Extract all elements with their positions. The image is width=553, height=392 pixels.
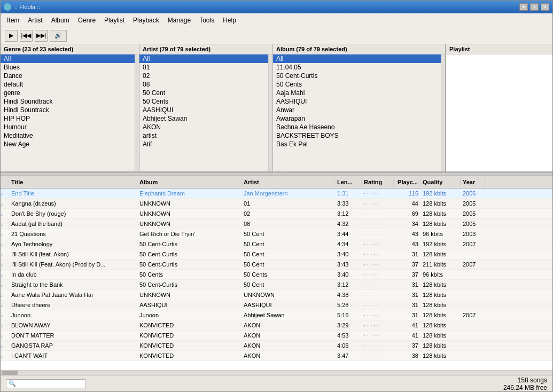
- menu-playback[interactable]: Playback: [129, 15, 163, 25]
- play-button[interactable]: ▶: [5, 30, 18, 42]
- table-row[interactable]: ♪ 21 Questions Get Rich or Die Tryin' 50…: [1, 229, 552, 239]
- table-row[interactable]: ♪ BLOWN AWAY KONVICTED AKON 3:29 · · · ·…: [1, 320, 552, 331]
- table-row[interactable]: ♪ In da club 50 Cents 50 Cents 3:40 · · …: [1, 270, 552, 280]
- menu-item[interactable]: Genre: [74, 15, 100, 25]
- menu-item[interactable]: Artist: [24, 15, 46, 25]
- track-playcount: 37: [394, 271, 420, 278]
- track-album: 50 Cent-Curtis: [137, 240, 242, 248]
- col-artist-header[interactable]: Artist: [242, 178, 335, 186]
- artist-list-item[interactable]: 02: [139, 72, 268, 80]
- table-row[interactable]: ♪ Kangna (dr,zeus) UNKNOWN 01 3:33 · · ·…: [1, 199, 552, 209]
- table-row[interactable]: ♪ End Title Elephants Dream Jan Morgenst…: [1, 189, 552, 199]
- album-list-item[interactable]: Anwar: [273, 106, 441, 114]
- artist-list-item[interactable]: 08: [139, 80, 268, 89]
- track-playcount: 31: [394, 281, 420, 288]
- col-rating-header[interactable]: Rating: [362, 178, 394, 186]
- table-row[interactable]: ♪ Dheere dheere AASHIQUI AASHIQUI 5:28 ·…: [1, 300, 552, 310]
- table-row[interactable]: ♪ DON'T MATTER KONVICTED AKON 4:53 · · ·…: [1, 331, 552, 341]
- album-list-item[interactable]: Awarapan: [273, 114, 441, 123]
- menu-bar: Item Artist Album Genre Playlist Playbac…: [1, 13, 552, 27]
- table-row[interactable]: ♪ GANGSTA RAP KONVICTED AKON 4:06 · · · …: [1, 341, 552, 351]
- table-row[interactable]: ♪ Aadat (jal the band) UNKNOWN 08 4:32 ·…: [1, 219, 552, 229]
- genre-list[interactable]: AllBluesDancedefaultgenreHindi Soundtrac…: [1, 54, 135, 171]
- artist-list-item[interactable]: Atif: [139, 140, 268, 148]
- music-icon: ♪: [1, 342, 9, 349]
- artist-scrollbar[interactable]: [268, 54, 272, 171]
- menu-item[interactable]: Help: [219, 15, 240, 25]
- artist-list[interactable]: All01020850 Cent50 CentsAASHIQUIAbhijeet…: [139, 54, 268, 171]
- col-playc-header[interactable]: Playc...: [394, 178, 420, 186]
- genre-scrollbar[interactable]: [135, 54, 139, 171]
- artist-list-item[interactable]: artist: [139, 131, 268, 140]
- album-list-item[interactable]: All: [273, 54, 441, 63]
- table-row[interactable]: ♪ Ayo Technology 50 Cent-Curtis 50 Cent …: [1, 239, 552, 249]
- track-length: 1:31: [335, 190, 362, 197]
- search-box[interactable]: 🔍: [6, 379, 86, 388]
- menu-item[interactable]: Tools: [195, 15, 219, 25]
- menu-item[interactable]: Manage: [163, 15, 195, 25]
- genre-list-item[interactable]: Blues: [1, 63, 135, 72]
- menu-item[interactable]: Album: [47, 15, 74, 25]
- artist-list-item[interactable]: 01: [139, 63, 268, 72]
- genre-list-item[interactable]: default: [1, 80, 135, 89]
- album-list-item[interactable]: Aaja Mahi: [273, 89, 441, 97]
- col-album-header[interactable]: Album: [137, 178, 242, 186]
- artist-list-item[interactable]: All: [139, 54, 268, 63]
- col-len-header[interactable]: Len...: [335, 178, 362, 186]
- menu-item[interactable]: Playlist: [100, 15, 129, 25]
- genre-list-item[interactable]: genre: [1, 89, 135, 97]
- album-list[interactable]: All11.04.0550 Cent-Curtis50 CentsAaja Ma…: [273, 54, 441, 171]
- horizontal-scrollbar[interactable]: [1, 370, 552, 375]
- table-row[interactable]: ♪ Straight to the Bank 50 Cent-Curtis 50…: [1, 280, 552, 290]
- menu-item[interactable]: Item: [3, 15, 24, 25]
- table-row[interactable]: ♪ Junoon Junoon Abhijeet Sawan 5:16 · · …: [1, 310, 552, 320]
- minimize-button[interactable]: ▾: [519, 3, 528, 11]
- search-input[interactable]: [18, 381, 82, 387]
- album-list-item[interactable]: Bas Ek Pal: [273, 140, 441, 148]
- volume-button[interactable]: 🔊: [50, 30, 67, 42]
- track-rating: · · · · ·: [362, 240, 394, 248]
- col-quality-header[interactable]: Quality: [420, 178, 461, 186]
- genre-list-item[interactable]: HIP HOP: [1, 114, 135, 123]
- table-row[interactable]: ♪ Don't Be Shy (rouge) UNKNOWN 02 3:12 ·…: [1, 209, 552, 219]
- next-button[interactable]: ▶▶|: [35, 30, 48, 42]
- artist-list-item[interactable]: 50 Cents: [139, 97, 268, 106]
- album-list-item[interactable]: 11.04.05: [273, 63, 441, 72]
- prev-button[interactable]: |◀◀: [20, 30, 33, 42]
- artist-list-item[interactable]: AASHIQUI: [139, 106, 268, 114]
- album-list-item[interactable]: 50 Cents: [273, 80, 441, 89]
- track-album: AASHIQUI: [137, 301, 242, 309]
- genre-list-item[interactable]: Dance: [1, 72, 135, 80]
- artist-list-item[interactable]: Abhijeet Sawan: [139, 114, 268, 123]
- genre-list-item[interactable]: All: [1, 54, 135, 63]
- track-table-body[interactable]: ♪ End Title Elephants Dream Jan Morgenst…: [1, 189, 552, 370]
- album-list-item[interactable]: BACKSTREET BOYS: [273, 131, 441, 140]
- track-album: 50 Cents: [137, 271, 242, 278]
- music-icon: ♪: [1, 200, 9, 207]
- table-row[interactable]: ♪ I CAN'T WAIT KONVICTED AKON 3:47 · · ·…: [1, 351, 552, 361]
- table-row[interactable]: ♪ I'll Still Kill (feat. Akon) 50 Cent-C…: [1, 249, 552, 260]
- table-row[interactable]: ♪ I'll Still Kill (Feat. Akon) (Prod by …: [1, 260, 552, 270]
- album-list-item[interactable]: AASHIQUI: [273, 97, 441, 106]
- window-title: :: Floola ::: [14, 4, 40, 10]
- track-playcount: 69: [394, 210, 420, 217]
- table-row[interactable]: ♪ Aane Wala Pal Jaane Wala Hai UNKNOWN U…: [1, 290, 552, 300]
- hscroll-thumb[interactable]: [2, 371, 18, 375]
- genre-list-item[interactable]: Meditative: [1, 131, 135, 140]
- col-year-header[interactable]: Year: [461, 178, 485, 186]
- album-list-item[interactable]: Bachna Ae Haseeno: [273, 123, 441, 131]
- maximize-button[interactable]: ▪: [530, 3, 539, 11]
- album-list-item[interactable]: 50 Cent-Curtis: [273, 72, 441, 80]
- artist-list-item[interactable]: AKON: [139, 123, 268, 131]
- title-bar-controls[interactable]: ▾ ▪ ✕: [519, 3, 549, 11]
- genre-list-item[interactable]: Hindi Sountrack: [1, 106, 135, 114]
- album-scrollbar[interactable]: [441, 54, 445, 171]
- track-length: 4:32: [335, 220, 362, 228]
- close-button[interactable]: ✕: [541, 3, 549, 11]
- playlist-body[interactable]: [446, 54, 552, 171]
- artist-list-item[interactable]: 50 Cent: [139, 89, 268, 97]
- genre-list-item[interactable]: Hindi Soundtrack: [1, 97, 135, 106]
- genre-list-item[interactable]: Humour: [1, 123, 135, 131]
- genre-list-item[interactable]: New Age: [1, 140, 135, 148]
- col-title-header[interactable]: Title: [9, 178, 137, 186]
